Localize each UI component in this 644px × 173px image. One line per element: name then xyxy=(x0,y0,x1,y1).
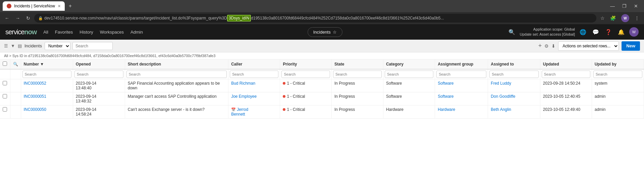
select-all-checkbox[interactable] xyxy=(3,61,7,66)
th-updated-by[interactable]: Updated by xyxy=(592,59,644,69)
priority-dot xyxy=(283,95,285,98)
row-caller-cell: 📅JerrodBennett xyxy=(228,105,280,119)
globe-icon[interactable]: 🌐 xyxy=(578,28,588,37)
nav-workspaces[interactable]: Workspaces xyxy=(100,30,124,35)
nav-history[interactable]: History xyxy=(79,30,93,35)
add-row-icon[interactable]: + xyxy=(538,42,542,49)
row-state-cell: In Progress xyxy=(331,79,383,92)
th-caller[interactable]: Caller xyxy=(228,59,280,69)
reload-button[interactable]: ↻ xyxy=(24,14,32,22)
th-short-description[interactable]: Short description xyxy=(125,59,228,69)
search-category-input[interactable] xyxy=(385,71,433,78)
th-number[interactable]: Number ▼ xyxy=(21,59,73,69)
back-button[interactable]: ← xyxy=(3,14,11,22)
search-assignment-input[interactable] xyxy=(436,71,486,78)
new-button[interactable]: New xyxy=(622,41,640,51)
table-container: 🔍 Number ▼ Opened Short description Call… xyxy=(0,59,644,119)
chat-icon[interactable]: 💬 xyxy=(591,28,600,37)
row-opened-cell: 2023-09-14 13:48:32 xyxy=(73,92,125,105)
assigned-to-link[interactable]: Fred Luddy xyxy=(491,81,511,86)
incident-number-link[interactable]: INC0000052 xyxy=(24,81,46,86)
browser-chrome: Incidents | ServiceNow ✕ + — ❐ ✕ xyxy=(0,0,644,12)
toolbar-icons: ☆ 🧩 W ⋮ xyxy=(598,13,641,24)
url-suffix: d195138c0a8016700fd68449cfcd484%252Cd715… xyxy=(251,16,444,20)
search-toggle-icon[interactable]: 🔍 xyxy=(13,62,18,67)
caller-link[interactable]: Joe Employee xyxy=(231,94,257,99)
bookmark-icon[interactable]: ☆ xyxy=(598,14,607,22)
forward-button[interactable]: → xyxy=(13,14,22,22)
hamburger-icon[interactable]: ☰ xyxy=(4,43,8,48)
th-category[interactable]: Category xyxy=(383,59,435,69)
nav-all[interactable]: All xyxy=(43,30,48,35)
tab-close-icon[interactable]: ✕ xyxy=(58,4,61,8)
search-updated-input[interactable] xyxy=(542,71,590,78)
nav-admin[interactable]: Admin xyxy=(130,30,143,35)
row-priority-cell: 1 - Critical xyxy=(280,79,331,92)
row-checkbox[interactable] xyxy=(3,81,7,85)
address-bar-row: ← → ↻ 🔒 dev174510.service-now.com/now/na… xyxy=(0,12,644,24)
global-search-icon[interactable]: 🔍 xyxy=(507,28,517,37)
caller-link[interactable]: Bud Richman xyxy=(231,81,255,86)
search-opened-input[interactable] xyxy=(74,71,123,78)
incident-number-link[interactable]: INC0000051 xyxy=(24,94,46,99)
row-caller-cell: Joe Employee xyxy=(228,92,280,105)
settings-dots-icon[interactable]: ⋮ xyxy=(633,14,641,22)
th-opened[interactable]: Opened xyxy=(73,59,125,69)
search-short-desc-input[interactable] xyxy=(126,71,227,78)
new-tab-button[interactable]: + xyxy=(67,2,73,10)
th-assignment-group[interactable]: Assignment group xyxy=(435,59,488,69)
profile-area[interactable]: W xyxy=(619,13,631,24)
row-checkbox[interactable] xyxy=(3,107,7,112)
module-star-icon: ☆ xyxy=(333,30,337,35)
column-settings-icon[interactable]: ⚙ xyxy=(544,43,549,49)
th-state[interactable]: State xyxy=(331,59,383,69)
filter-search-input[interactable] xyxy=(72,42,113,50)
maximize-button[interactable]: ❐ xyxy=(619,2,630,10)
row-category-cell: Software xyxy=(383,92,435,105)
assigned-to-link[interactable]: Don Goodliffe xyxy=(491,94,515,99)
th-assigned-to[interactable]: Assigned to xyxy=(488,59,540,69)
search-assigned-input[interactable] xyxy=(489,71,538,78)
row-checkbox[interactable] xyxy=(3,94,7,98)
table-header-row: 🔍 Number ▼ Opened Short description Call… xyxy=(0,59,644,69)
search-icon-cell xyxy=(10,69,21,79)
row-number-cell: INC0000050 xyxy=(21,105,73,119)
list-view-icon[interactable]: ▤ xyxy=(18,43,22,48)
notifications-icon[interactable]: 🔔 xyxy=(616,28,626,37)
priority-dot xyxy=(283,108,285,111)
incident-number-link[interactable]: INC0000050 xyxy=(24,107,46,112)
address-bar[interactable]: 🔒 dev174510.service-now.com/now/nav/ui/c… xyxy=(34,14,596,23)
help-icon[interactable]: ❓ xyxy=(604,28,613,37)
search-number-input[interactable] xyxy=(22,71,71,78)
filter-field-select[interactable]: Number xyxy=(45,42,70,50)
search-priority-input[interactable] xyxy=(281,71,330,78)
th-priority[interactable]: Priority xyxy=(280,59,331,69)
user-avatar[interactable]: W xyxy=(629,27,639,37)
assignment-group-link[interactable]: Software xyxy=(438,94,453,99)
th-search-icon[interactable]: 🔍 xyxy=(10,59,21,69)
extension-icon[interactable]: 🧩 xyxy=(608,14,618,22)
search-state-input[interactable] xyxy=(333,71,382,78)
row-assigned-to-cell: Don Goodliffe xyxy=(488,92,540,105)
assignment-group-link[interactable]: Software xyxy=(438,81,453,86)
export-icon[interactable]: ⬇ xyxy=(551,43,555,49)
row-updated-cell: 2023-09-28 14:50:24 xyxy=(540,79,592,92)
actions-dropdown[interactable]: Actions on selected rows... xyxy=(558,41,619,51)
search-caller-input[interactable] xyxy=(230,71,278,78)
row-assignment-cell: Software xyxy=(435,79,488,92)
minimize-button[interactable]: — xyxy=(607,2,618,10)
close-button[interactable]: ✕ xyxy=(631,2,641,10)
search-updated-by-input[interactable] xyxy=(593,71,642,78)
assignment-group-link[interactable]: Hardware xyxy=(438,107,455,112)
search-category-cell xyxy=(383,69,435,79)
browser-tab[interactable]: Incidents | ServiceNow ✕ xyxy=(3,1,65,11)
th-updated[interactable]: Updated xyxy=(540,59,592,69)
module-button[interactable]: Incidents ☆ xyxy=(308,27,342,37)
row-icon-cell xyxy=(10,92,21,105)
nav-favorites[interactable]: Favorites xyxy=(55,30,73,35)
row-updated-cell: 2023-10-05 12:49:40 xyxy=(540,105,592,119)
assigned-to-link[interactable]: Beth Anglin xyxy=(491,107,511,112)
row-short-desc-cell: Can't access Exchange server - is it dow… xyxy=(125,105,228,119)
filter-icon[interactable]: ▼ xyxy=(11,43,15,48)
sn-right: 🔍 Application scope: Global Update set: … xyxy=(507,27,639,37)
